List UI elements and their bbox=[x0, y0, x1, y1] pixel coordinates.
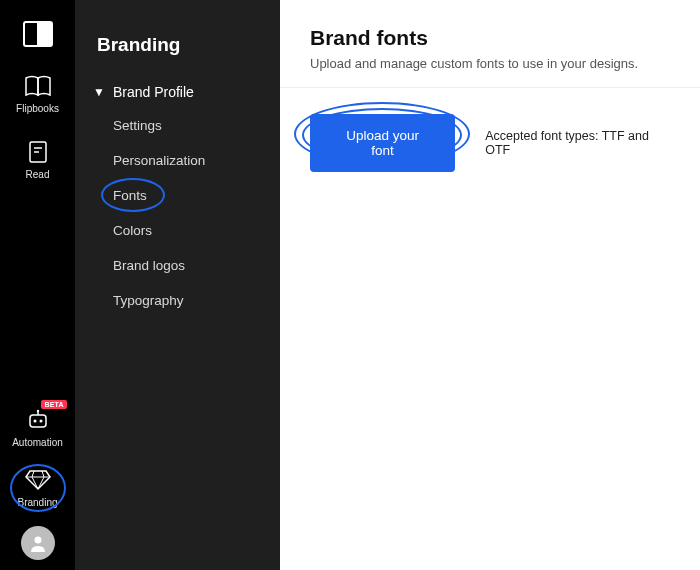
sidebar: Branding ▼ Brand Profile Settings Person… bbox=[75, 0, 280, 570]
tree-child-label: Brand logos bbox=[113, 258, 185, 273]
logo-icon bbox=[22, 20, 54, 48]
rail-label-branding: Branding bbox=[17, 498, 57, 508]
rail-label-automation: Automation bbox=[12, 438, 63, 448]
rail-item-automation[interactable]: BETA Automation bbox=[12, 406, 63, 448]
diamond-icon bbox=[22, 466, 54, 494]
page-title: Brand fonts bbox=[310, 26, 670, 50]
tree-parent-brand-profile[interactable]: ▼ Brand Profile bbox=[75, 76, 280, 108]
rail-logo[interactable] bbox=[22, 20, 54, 48]
chevron-down-icon: ▼ bbox=[93, 85, 105, 99]
tree-child-fonts[interactable]: Fonts bbox=[75, 178, 280, 213]
upload-wrap: Upload your font bbox=[310, 114, 455, 172]
rail-item-flipbooks[interactable]: Flipbooks bbox=[16, 72, 59, 114]
beta-badge: BETA bbox=[41, 400, 66, 409]
tree-child-personalization[interactable]: Personalization bbox=[75, 143, 280, 178]
rail-bottom-group: BETA Automation bbox=[12, 406, 63, 560]
rail-label-read: Read bbox=[26, 170, 50, 180]
page-icon bbox=[22, 138, 54, 166]
rail-label-flipbooks: Flipbooks bbox=[16, 104, 59, 114]
tree-child-settings[interactable]: Settings bbox=[75, 108, 280, 143]
upload-font-button[interactable]: Upload your font bbox=[310, 114, 455, 172]
icon-rail: Flipbooks Read BETA bbox=[0, 0, 75, 570]
svg-rect-4 bbox=[30, 415, 46, 427]
tree-children: Settings Personalization Fonts Colors Br… bbox=[75, 108, 280, 318]
avatar-icon bbox=[21, 526, 55, 560]
rail-top-group: Flipbooks Read bbox=[16, 20, 59, 180]
main-header: Brand fonts Upload and manage custom fon… bbox=[280, 0, 700, 88]
page-subtitle: Upload and manage custom fonts to use in… bbox=[310, 56, 670, 71]
sidebar-tree: ▼ Brand Profile Settings Personalization… bbox=[75, 76, 280, 318]
tree-child-label: Personalization bbox=[113, 153, 205, 168]
tree-child-label: Fonts bbox=[113, 188, 147, 203]
tree-child-label: Settings bbox=[113, 118, 162, 133]
bot-icon bbox=[22, 406, 54, 434]
tree-child-label: Typography bbox=[113, 293, 184, 308]
svg-point-6 bbox=[39, 420, 42, 423]
rail-item-read[interactable]: Read bbox=[22, 138, 54, 180]
tree-parent-label: Brand Profile bbox=[113, 84, 194, 100]
tree-child-brand-logos[interactable]: Brand logos bbox=[75, 248, 280, 283]
sidebar-title: Branding bbox=[75, 24, 280, 76]
book-open-icon bbox=[22, 72, 54, 100]
svg-point-5 bbox=[33, 420, 36, 423]
main-content: Brand fonts Upload and manage custom fon… bbox=[280, 0, 700, 570]
app-root: Flipbooks Read BETA bbox=[0, 0, 700, 570]
main-body: Upload your font Accepted font types: TT… bbox=[280, 88, 700, 198]
tree-child-label: Colors bbox=[113, 223, 152, 238]
svg-point-9 bbox=[34, 537, 41, 544]
accepted-font-types-text: Accepted font types: TTF and OTF bbox=[485, 129, 670, 157]
rail-item-branding[interactable]: Branding bbox=[17, 466, 57, 508]
rail-item-avatar[interactable] bbox=[21, 526, 55, 560]
tree-child-typography[interactable]: Typography bbox=[75, 283, 280, 318]
svg-point-8 bbox=[36, 410, 38, 412]
tree-child-colors[interactable]: Colors bbox=[75, 213, 280, 248]
